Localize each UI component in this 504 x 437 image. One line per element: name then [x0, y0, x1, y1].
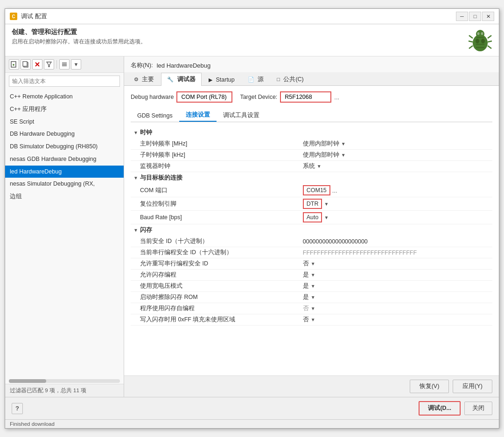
wide-voltage-dropdown[interactable]: ▼: [311, 284, 315, 289]
row-key-sub-clock: 子时钟频率 [kHz]: [131, 150, 294, 161]
reset-pin-highlight[interactable]: DTR: [303, 199, 322, 209]
row-key-baud-rate: Baud Rate [bps]: [131, 211, 294, 224]
row-value-main-clock: 使用内部时钟 ▼: [294, 139, 492, 150]
table-row: 允许闪存编程 是 ▼: [131, 270, 492, 281]
tab-main[interactable]: ⚙ 主要: [128, 73, 160, 86]
clock-collapse-icon[interactable]: ▼: [133, 130, 138, 135]
svg-point-10: [476, 39, 479, 43]
tab-debugger[interactable]: 🔧 调试器: [161, 73, 201, 86]
row-key-wide-voltage: 使用宽电压模式: [131, 281, 294, 292]
app-icon: C: [10, 13, 17, 20]
filter-button[interactable]: [44, 59, 54, 69]
table-row: 启动时擦除闪存 ROM 是 ▼: [131, 292, 492, 303]
reset-pin-dropdown[interactable]: ▼: [324, 201, 329, 207]
title-bar: C 调试 配置 ─ □ ✕: [5, 9, 499, 24]
connection-collapse-icon[interactable]: ▼: [133, 175, 138, 180]
com-port-dots[interactable]: ...: [332, 187, 337, 194]
delete-config-button[interactable]: [32, 59, 42, 69]
maximize-button[interactable]: □: [469, 12, 481, 21]
flash-collapse-icon[interactable]: ▼: [133, 228, 138, 233]
sidebar-item-db-hardware[interactable]: DB Hardware Debugging: [5, 128, 124, 140]
row-key-self-prog: 程序使用闪存自编程: [131, 303, 294, 314]
filter-input[interactable]: [9, 76, 120, 87]
debug-hardware-group: Debug hardware COM Port (RL78): [131, 91, 232, 103]
row-key-security-id: 当前安全 ID（十六进制）: [131, 236, 294, 247]
debug-button[interactable]: 调试(D...: [419, 401, 461, 416]
sidebar-item-edge[interactable]: 边组: [5, 190, 124, 203]
erase-flash-dropdown[interactable]: ▼: [311, 295, 315, 300]
sidebar-item-se-script[interactable]: SE Script: [5, 116, 124, 128]
monitor-clock-dropdown[interactable]: ▼: [317, 164, 322, 169]
sub-tab-connection[interactable]: 连接设置: [179, 109, 217, 122]
sidebar-item-db-simulator[interactable]: DB Simulator Debugging (RH850): [5, 140, 124, 153]
allow-rewrite-dropdown[interactable]: ▼: [311, 261, 315, 266]
copy-config-button[interactable]: [21, 59, 31, 69]
sidebar-item-cpp-remote[interactable]: C++ Remote Application: [5, 90, 124, 103]
tab-startup[interactable]: ▶ Startup: [203, 74, 241, 85]
hardware-row: Debug hardware COM Port (RL78) Target De…: [131, 91, 492, 103]
row-value-erase-flash: 是 ▼: [294, 292, 492, 303]
row-value-fill-ff: 否 ▼: [294, 314, 492, 326]
restore-button[interactable]: 恢复(V): [410, 380, 449, 393]
baud-rate-highlight[interactable]: Auto: [303, 212, 322, 222]
target-device-value[interactable]: R5F12068: [280, 91, 331, 103]
info-title: 创建、管理和运行配置: [12, 28, 146, 36]
clock-section-label: 时钟: [140, 129, 152, 137]
sidebar-item-led-hardware[interactable]: led HardwareDebug: [5, 166, 124, 178]
sidebar: ▼ C++ Remote Application C++ 应用程序 SE Scr…: [5, 56, 124, 397]
main-clock-dropdown[interactable]: ▼: [341, 141, 346, 146]
table-row: 复位控制引脚 DTR ▼: [131, 197, 492, 211]
flash-section-label: 闪存: [140, 226, 152, 234]
chevron-button[interactable]: ▼: [71, 59, 81, 69]
sidebar-scrollbar[interactable]: [9, 379, 120, 383]
row-key-fill-ff: 写入闪存时用 0xFF 填充未使用区域: [131, 314, 294, 326]
sidebar-item-nesas-sim[interactable]: nesas Simulator Debugging (RX,: [5, 178, 124, 190]
help-button[interactable]: ?: [12, 403, 23, 414]
sub-tab-debug-tools[interactable]: 调试工具设置: [217, 110, 266, 121]
startup-tab-icon: ▶: [209, 77, 212, 83]
row-key-allow-rewrite: 允许重写串行编程安全 ID: [131, 258, 294, 270]
sidebar-item-cpp-app[interactable]: C++ 应用程序: [5, 103, 124, 116]
footer-left: ?: [12, 403, 23, 414]
main-tabs: ⚙ 主要 🔧 调试器 ▶ Startup 📄 源 □ 公共(C): [124, 72, 499, 86]
self-prog-dropdown[interactable]: ▼: [311, 306, 315, 311]
name-value: led HardwareDebug: [157, 62, 211, 69]
target-device-dots[interactable]: ...: [334, 94, 339, 101]
tab-common[interactable]: □ 公共(C): [271, 73, 310, 86]
toolbar-separator: [56, 60, 57, 69]
sidebar-footer: 过滤器已匹配 9 项，总共 11 项: [5, 384, 124, 397]
table-row: 允许重写串行编程安全 ID 否 ▼: [131, 258, 492, 270]
baud-rate-dropdown[interactable]: ▼: [324, 215, 329, 220]
row-value-monitor-clock: 系统 ▼: [294, 161, 492, 172]
row-value-sub-clock: 使用内部时钟 ▼: [294, 150, 492, 161]
bug-icon: [468, 28, 492, 52]
apply-button[interactable]: 应用(Y): [453, 380, 492, 393]
dialog-footer: ? 调试(D... 关闭: [5, 397, 499, 419]
new-config-button[interactable]: [9, 59, 19, 69]
minimize-button[interactable]: ─: [456, 12, 468, 21]
svg-marker-22: [47, 62, 51, 67]
debug-hardware-value[interactable]: COM Port (RL78): [176, 91, 232, 103]
tab-source[interactable]: 📄 源: [242, 73, 270, 86]
allow-flash-dropdown[interactable]: ▼: [311, 272, 315, 277]
fill-ff-dropdown[interactable]: ▼: [311, 317, 315, 322]
sub-clock-dropdown[interactable]: ▼: [341, 153, 346, 158]
svg-line-4: [469, 46, 473, 49]
close-button[interactable]: ✕: [482, 12, 494, 21]
footer-right: 调试(D... 关闭: [419, 401, 492, 416]
panel-body: Debug hardware COM Port (RL78) Target De…: [124, 86, 499, 375]
svg-line-6: [488, 41, 492, 42]
com-port-highlight[interactable]: COM15: [303, 185, 330, 195]
row-value-allow-flash: 是 ▼: [294, 270, 492, 281]
settings-table: ▼ 时钟 主时钟频率 [MHz] 使用内部时钟 ▼: [131, 127, 492, 326]
sidebar-item-nesas-gdb[interactable]: nesas GDB Hardware Debugging: [5, 153, 124, 166]
sidebar-scrollbar-thumb: [9, 379, 46, 383]
debug-hardware-label: Debug hardware: [131, 94, 174, 100]
status-text: Finished download: [10, 421, 55, 427]
main-tab-icon: ⚙: [134, 76, 139, 83]
collapse-button[interactable]: [59, 59, 70, 69]
title-bar-left: C 调试 配置: [10, 12, 47, 21]
dialog-close-button[interactable]: 关闭: [464, 402, 492, 415]
sub-tab-gdb[interactable]: GDB Settings: [131, 111, 179, 121]
info-bar: 创建、管理和运行配置 启用在启动时擦除闪存。请在连接成功后禁用此选项。: [5, 24, 499, 56]
